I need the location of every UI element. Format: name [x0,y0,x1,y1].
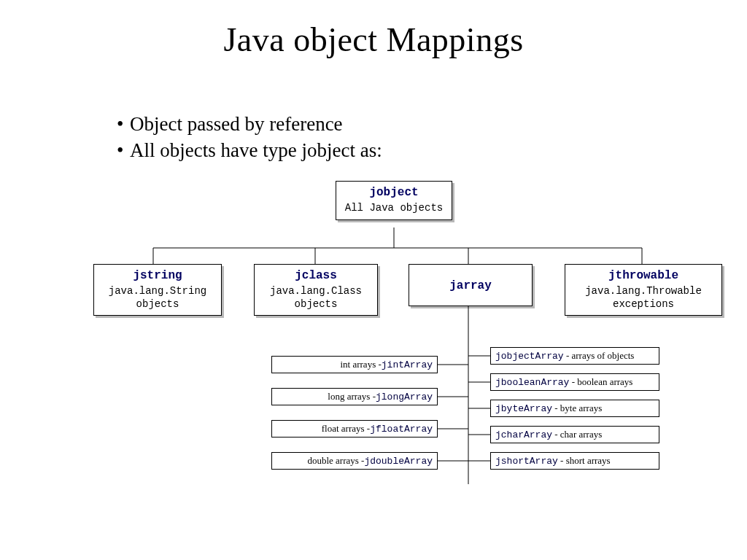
node-label: jobject [342,186,446,199]
node-label: jthrowable [571,269,716,282]
node-desc: java.lang.Class objects [260,285,371,311]
node-label: jclass [260,269,371,282]
leaf-jshortarray: jshortArray - short arrays [490,452,659,470]
bullet-item: •Object passed by reference [117,111,382,137]
bullet-list: •Object passed by reference •All objects… [117,111,382,164]
node-desc: All Java objects [342,202,446,215]
slide-title: Java object Mappings [0,20,747,59]
leaf-jobjectarray: jobjectArray - arrays of objects [490,347,659,365]
leaf-jbooleanarray: jbooleanArray - boolean arrays [490,373,659,391]
bullet-item: •All objects have type jobject as: [117,137,382,163]
node-jthrowable: jthrowable java.lang.Throwable exception… [565,264,722,316]
node-jclass: jclass java.lang.Class objects [254,264,378,316]
leaf-jintarray: int arrays -jintArray [271,356,438,373]
node-desc: java.lang.String objects [100,285,215,311]
leaf-jlongarray: long arrays -jlongArray [271,388,438,405]
slide: Java object Mappings •Object passed by r… [0,0,747,560]
leaf-jbytearray: jbyteArray - byte arrays [490,400,659,417]
leaf-jfloatarray: float arrays -jfloatArray [271,420,438,438]
node-jstring: jstring java.lang.String objects [93,264,222,316]
node-desc: java.lang.Throwable exceptions [571,285,716,311]
node-label: jarray [415,279,526,292]
node-jarray: jarray [409,264,533,306]
leaf-jchararray: jcharArray - char arrays [490,426,659,443]
leaf-jdoublearray: double arrays -jdoubleArray [271,452,438,470]
node-jobject: jobject All Java objects [336,181,452,220]
node-label: jstring [100,269,215,282]
